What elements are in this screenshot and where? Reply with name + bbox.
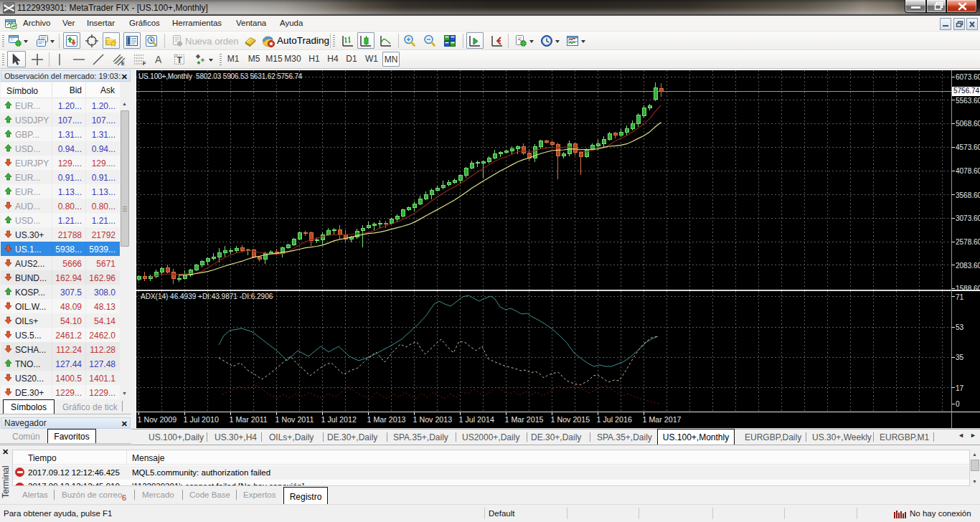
svg-text:5068.60: 5068.60 <box>956 120 980 128</box>
svg-text:2578.60: 2578.60 <box>956 238 980 246</box>
svg-text:17: 17 <box>956 384 964 392</box>
svg-text:1 Mar 2011: 1 Mar 2011 <box>230 415 268 424</box>
svg-text:1588.60: 1588.60 <box>956 285 980 293</box>
svg-text:1 Mar 2017: 1 Mar 2017 <box>643 415 682 424</box>
svg-text:US.100+,Monthly 5802.03 5906.: US.100+,Monthly 5802.03 5906.53 5631.62 … <box>138 72 303 80</box>
svg-text:4078.60: 4078.60 <box>956 167 980 175</box>
svg-text:E: E <box>121 61 125 66</box>
svg-text:2083.60: 2083.60 <box>956 262 980 270</box>
svg-text:F: F <box>143 61 146 66</box>
svg-text:4573.60: 4573.60 <box>956 143 980 151</box>
svg-text:0: 0 <box>956 400 960 408</box>
svg-text:35: 35 <box>956 353 964 361</box>
svg-text:5563.60: 5563.60 <box>956 97 980 105</box>
svg-text:T: T <box>177 55 183 65</box>
svg-text:71: 71 <box>956 293 964 301</box>
svg-text:1 Nov 2011: 1 Nov 2011 <box>275 415 314 424</box>
svg-text:1 Jul 2016: 1 Jul 2016 <box>597 415 632 424</box>
svg-text:3073.60: 3073.60 <box>956 214 980 222</box>
svg-text:53: 53 <box>956 323 964 331</box>
svg-text:1 Nov 2015: 1 Nov 2015 <box>551 415 590 424</box>
svg-text:1 Mar 2015: 1 Mar 2015 <box>505 415 544 424</box>
svg-text:1 Jul 2012: 1 Jul 2012 <box>321 415 357 424</box>
svg-text:1 Mar 2013: 1 Mar 2013 <box>367 415 406 424</box>
svg-text:ADX(14) 46.4939 +DI:43.9871 -D: ADX(14) 46.4939 +DI:43.9871 -DI:6.2906 <box>141 293 273 300</box>
svg-text:1 Nov 2009: 1 Nov 2009 <box>138 415 177 424</box>
svg-text:6073.60: 6073.60 <box>956 73 980 81</box>
svg-text:A: A <box>155 54 162 65</box>
svg-text:1 Nov 2013: 1 Nov 2013 <box>413 415 453 424</box>
svg-text:3568.60: 3568.60 <box>956 191 980 199</box>
svg-text:1 Jul 2010: 1 Jul 2010 <box>184 415 219 424</box>
svg-text:5756.74: 5756.74 <box>953 87 980 95</box>
svg-text:1 Jul 2014: 1 Jul 2014 <box>459 415 494 424</box>
